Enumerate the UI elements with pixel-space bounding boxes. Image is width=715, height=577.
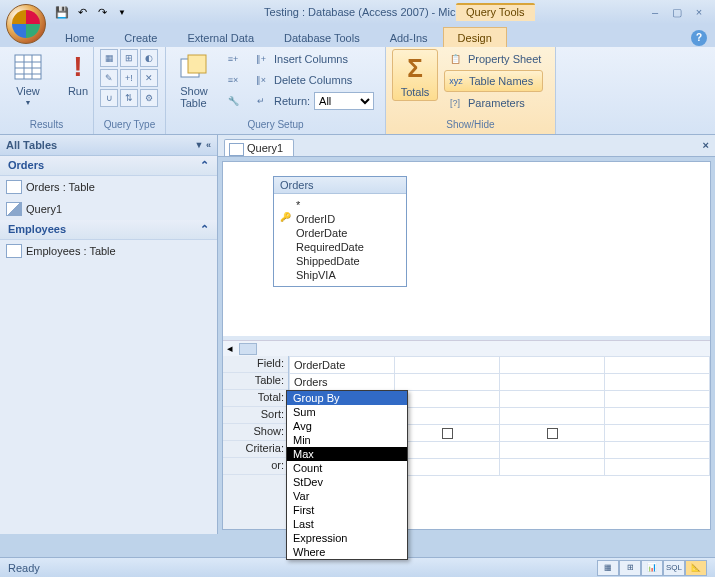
dropdown-option-stdev[interactable]: StDev <box>287 475 407 489</box>
show-checkbox-3[interactable] <box>547 428 558 439</box>
save-icon[interactable]: 💾 <box>54 4 70 20</box>
redo-icon[interactable]: ↷ <box>94 4 110 20</box>
delete-rows-button[interactable]: ≡× <box>222 70 244 90</box>
delete-columns-button[interactable]: ‖×Delete Columns <box>250 70 376 90</box>
query-type-grid: ▦ ⊞ ◐ ✎ +! ✕ ∪ ⇅ ⚙ <box>100 49 158 107</box>
dropdown-option-avg[interactable]: Avg <box>287 419 407 433</box>
diagram-pane[interactable]: Orders * OrderID OrderDate RequiredDate … <box>223 162 710 340</box>
cell-table-1[interactable]: Orders <box>290 374 395 391</box>
label-show: Show: <box>223 424 288 441</box>
table-box-orders[interactable]: Orders * OrderID OrderDate RequiredDate … <box>273 176 407 287</box>
office-logo-icon <box>12 10 40 38</box>
dropdown-option-expression[interactable]: Expression <box>287 531 407 545</box>
show-checkbox-2[interactable] <box>442 428 453 439</box>
close-button[interactable]: × <box>691 6 707 19</box>
ribbon-tabs: Home Create External Data Database Tools… <box>0 24 715 47</box>
insert-columns-button[interactable]: ‖+Insert Columns <box>250 49 376 69</box>
append-query-icon[interactable]: +! <box>120 69 138 87</box>
field-orderid[interactable]: OrderID <box>282 212 398 226</box>
property-sheet-button[interactable]: 📋Property Sheet <box>444 49 543 69</box>
dropdown-option-first[interactable]: First <box>287 503 407 517</box>
contextual-tab-group: Query Tools <box>456 3 535 21</box>
nav-header[interactable]: All Tables ▼ « <box>0 135 217 156</box>
show-table-button[interactable]: Show Table <box>172 49 216 111</box>
nav-group-orders[interactable]: Orders⌃ <box>0 156 217 176</box>
label-table: Table: <box>223 373 288 390</box>
dropdown-option-sum[interactable]: Sum <box>287 405 407 419</box>
table-names-button[interactable]: xyzTable Names <box>444 70 543 92</box>
view-button[interactable]: View ▼ <box>6 49 50 108</box>
group-label-querysetup: Query Setup <box>172 119 379 133</box>
cell-field-3[interactable] <box>500 357 605 374</box>
sql-view-shortcut[interactable]: SQL <box>663 560 685 576</box>
cell-field-4[interactable] <box>605 357 710 374</box>
nav-item-query1[interactable]: Query1 <box>0 198 217 220</box>
insert-rows-button[interactable]: ≡+ <box>222 49 244 69</box>
field-shipvia[interactable]: ShipVIA <box>282 268 398 282</box>
office-button[interactable] <box>6 4 46 44</box>
undo-icon[interactable]: ↶ <box>74 4 90 20</box>
dropdown-option-var[interactable]: Var <box>287 489 407 503</box>
tab-database-tools[interactable]: Database Tools <box>269 27 375 47</box>
pivotchart-view-shortcut[interactable]: 📊 <box>641 560 663 576</box>
cell-field-1[interactable]: OrderDate <box>290 357 395 374</box>
tab-home[interactable]: Home <box>50 27 109 47</box>
field-star[interactable]: * <box>282 198 398 212</box>
minimize-button[interactable]: – <box>647 6 663 19</box>
insert-rows-icon: ≡+ <box>224 50 242 68</box>
help-button[interactable]: ? <box>691 30 707 46</box>
select-query-icon[interactable]: ▦ <box>100 49 118 67</box>
total-dropdown[interactable]: Group By Sum Avg Min Max Count StDev Var… <box>286 390 408 560</box>
navigation-pane: All Tables ▼ « Orders⌃ Orders : Table Qu… <box>0 135 218 534</box>
tab-external-data[interactable]: External Data <box>172 27 269 47</box>
dropdown-option-max[interactable]: Max <box>287 447 407 461</box>
union-query-icon[interactable]: ∪ <box>100 89 118 107</box>
label-sort: Sort: <box>223 407 288 424</box>
datasheet-view-shortcut[interactable]: ▦ <box>597 560 619 576</box>
tab-create[interactable]: Create <box>109 27 172 47</box>
delete-cols-icon: ‖× <box>252 71 270 89</box>
passthrough-query-icon[interactable]: ⇅ <box>120 89 138 107</box>
show-table-icon <box>178 51 210 83</box>
builder-button[interactable]: 🔧 <box>222 91 244 111</box>
nav-item-orders-table[interactable]: Orders : Table <box>0 176 217 198</box>
qat-dropdown-icon[interactable]: ▼ <box>114 4 130 20</box>
tab-design[interactable]: Design <box>443 27 507 47</box>
group-label-querytype: Query Type <box>100 119 159 133</box>
dropdown-option-where[interactable]: Where <box>287 545 407 559</box>
cell-field-2[interactable] <box>395 357 500 374</box>
field-shippeddate[interactable]: ShippedDate <box>282 254 398 268</box>
grid-row-labels: Field: Table: Total: Sort: Show: Criteri… <box>223 356 289 529</box>
tab-add-ins[interactable]: Add-Ins <box>375 27 443 47</box>
design-view-shortcut[interactable]: 📐 <box>685 560 707 576</box>
svg-rect-0 <box>15 55 41 79</box>
parameters-button[interactable]: [?]Parameters <box>444 93 543 113</box>
nav-collapse-icon[interactable]: ▼ « <box>195 140 211 150</box>
pivottable-view-shortcut[interactable]: ⊞ <box>619 560 641 576</box>
dropdown-option-min[interactable]: Min <box>287 433 407 447</box>
maximize-button[interactable]: ▢ <box>669 6 685 19</box>
document-tab-query1[interactable]: Query1 <box>224 139 294 156</box>
nav-header-label: All Tables <box>6 139 57 151</box>
ribbon: View ▼ ! Run Results ▦ ⊞ ◐ ✎ +! ✕ ∪ ⇅ ⚙ <box>0 47 715 135</box>
dropdown-option-count[interactable]: Count <box>287 461 407 475</box>
delete-query-icon[interactable]: ✕ <box>140 69 158 87</box>
nav-group-employees[interactable]: Employees⌃ <box>0 220 217 240</box>
diagram-scrollbar[interactable]: ◂ <box>223 340 710 356</box>
group-label-showhide: Show/Hide <box>392 119 549 133</box>
update-query-icon[interactable]: ✎ <box>100 69 118 87</box>
dropdown-option-last[interactable]: Last <box>287 517 407 531</box>
field-orderdate[interactable]: OrderDate <box>282 226 398 240</box>
field-requireddate[interactable]: RequiredDate <box>282 240 398 254</box>
maketable-query-icon[interactable]: ◐ <box>140 49 158 67</box>
label-field: Field: <box>223 356 288 373</box>
totals-button[interactable]: Σ Totals <box>392 49 438 101</box>
datadef-query-icon[interactable]: ⚙ <box>140 89 158 107</box>
return-select[interactable]: All <box>314 92 374 110</box>
nav-group-employees-label: Employees <box>8 223 66 236</box>
svg-rect-7 <box>188 55 206 73</box>
document-close-button[interactable]: × <box>703 139 709 151</box>
dropdown-option-groupby[interactable]: Group By <box>287 391 407 405</box>
crosstab-query-icon[interactable]: ⊞ <box>120 49 138 67</box>
nav-item-employees-table[interactable]: Employees : Table <box>0 240 217 262</box>
